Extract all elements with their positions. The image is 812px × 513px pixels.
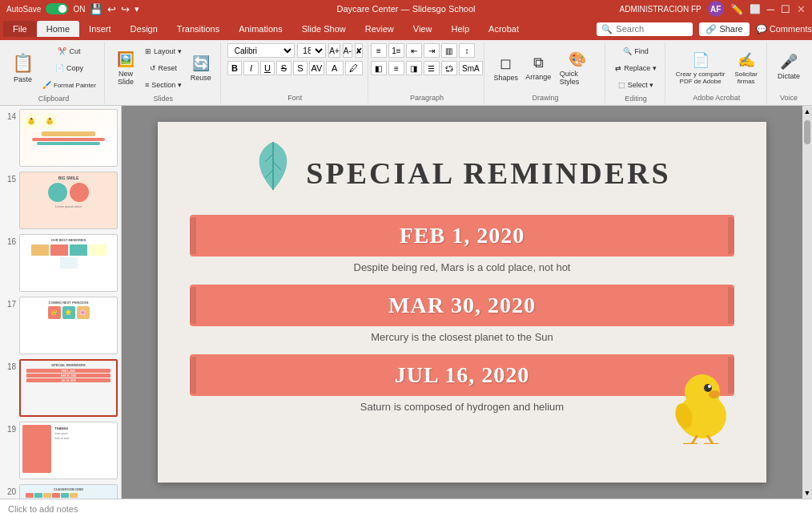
scroll-down-button[interactable]: ▼: [802, 487, 812, 499]
tab-acrobat[interactable]: Acrobat: [479, 21, 529, 37]
slide-14[interactable]: 👶 👶: [19, 109, 118, 167]
window-minimize-icon[interactable]: ─: [767, 3, 774, 15]
italic-button[interactable]: I: [243, 61, 258, 75]
char-spacing-button[interactable]: AV: [309, 61, 324, 75]
tab-transitions[interactable]: Transitions: [167, 21, 229, 37]
slide-19[interactable]: THANKS lorem ipsum dolor sit amet: [19, 422, 118, 479]
slide-17[interactable]: COMING NEXT PRINCESS 👑 ⭐ 🌸: [19, 297, 118, 354]
line-spacing-button[interactable]: ↕: [459, 43, 475, 58]
tab-slideshow[interactable]: Slide Show: [292, 21, 356, 37]
select-button[interactable]: ⬚Select ▾: [612, 77, 660, 93]
layout-button[interactable]: ⊞Layout ▾: [142, 43, 185, 59]
highlight-button[interactable]: 🖊: [345, 61, 363, 75]
date-banner-2[interactable]: MAR 30, 2020: [190, 285, 734, 326]
undo-icon[interactable]: ↩: [107, 3, 116, 15]
click-to-add-notes: Click to add notes: [8, 504, 78, 514]
create-pdf-button[interactable]: 📄 Crear y compartirPDF de Adobe: [672, 45, 730, 91]
tab-design[interactable]: Design: [121, 21, 167, 37]
ribbon-content: 📋 Paste ✂️Cut 📄Copy 🖌️Format Painter Cli…: [0, 40, 812, 106]
select-icon: ⬚: [618, 81, 625, 89]
redo-icon[interactable]: ↪: [121, 3, 130, 15]
clear-formatting-button[interactable]: ✘: [355, 43, 363, 58]
font-size-increase-button[interactable]: A+: [328, 43, 340, 58]
admin-label: ADMINISTRACION FP: [620, 5, 701, 14]
pen-icon[interactable]: ✏️: [730, 3, 743, 15]
dictate-button[interactable]: 🎤 Dictate: [774, 43, 804, 90]
ribbon-minimize-icon[interactable]: ⬜: [750, 4, 761, 14]
smart-art-button[interactable]: SmA: [459, 61, 483, 75]
ribbon-group-paragraph: ≡ 1≡ ⇤ ⇥ ▥ ↕ ◧ ≡ ◨ ☰ ⮔ SmA Paragraph: [370, 42, 484, 103]
customize-icon[interactable]: ▾: [135, 4, 139, 14]
request-signatures-button[interactable]: ✍️ Solicitarfirmas: [731, 45, 762, 91]
new-slide-button[interactable]: 🖼️ New Slide: [111, 45, 140, 91]
slide-16[interactable]: OUR BEST MEMORIES: [19, 234, 118, 292]
search-box[interactable]: 🔍: [597, 22, 693, 36]
comments-button[interactable]: 💬 Comments: [756, 24, 812, 34]
scroll-up-button[interactable]: ▲: [802, 106, 812, 117]
reset-button[interactable]: ↺Reset: [142, 60, 185, 76]
right-scrollbar[interactable]: ▲ ▼: [802, 106, 812, 499]
tab-insert[interactable]: Insert: [79, 21, 121, 37]
arrange-button[interactable]: ⧉ Arrange: [523, 45, 554, 91]
reuse-button[interactable]: 🔄 Reuse: [187, 45, 215, 91]
copy-button[interactable]: 📄Copy: [39, 60, 99, 76]
date-desc-2: Mercury is the closest planet to the Sun: [190, 326, 734, 348]
date-banner-3[interactable]: JUL 16, 2020: [190, 354, 734, 396]
tab-home[interactable]: Home: [37, 21, 79, 37]
underline-button[interactable]: U: [260, 61, 275, 75]
increase-indent-button[interactable]: ⇥: [424, 43, 440, 58]
align-right-button[interactable]: ◨: [406, 61, 422, 75]
bold-button[interactable]: B: [227, 61, 242, 75]
window-close-icon[interactable]: ✕: [797, 3, 806, 15]
justify-button[interactable]: ☰: [424, 61, 440, 75]
columns-button[interactable]: ▥: [441, 43, 457, 58]
font-size-select[interactable]: 18: [297, 43, 326, 58]
replace-button[interactable]: ⇄Replace ▾: [612, 60, 660, 76]
find-button[interactable]: 🔍Find: [612, 43, 660, 59]
font-family-select[interactable]: Calibri: [227, 43, 295, 58]
slide-thumb-19: 19 THANKS lorem ipsum dolor sit amet: [3, 422, 118, 479]
bullets-button[interactable]: ≡: [371, 43, 387, 58]
decrease-indent-button[interactable]: ⇤: [406, 43, 422, 58]
date-block-1: FEB 1, 2020 Despite being red, Mars is a…: [190, 215, 734, 278]
align-left-button[interactable]: ◧: [371, 61, 387, 75]
slide-thumb-14: 14 👶 👶: [3, 109, 118, 167]
strikethrough-button[interactable]: S: [276, 61, 291, 75]
autosave-toggle[interactable]: [46, 3, 68, 14]
search-input[interactable]: [616, 24, 688, 34]
date-desc-3: Saturn is composed of hydrogen and heliu…: [190, 396, 734, 418]
chick-icon: [666, 364, 738, 444]
cut-button[interactable]: ✂️Cut: [39, 43, 99, 59]
leaf-decoration: [253, 138, 293, 200]
slide-canvas[interactable]: SPECIAL REMINDERS FEB 1, 2020 Despite be…: [158, 122, 766, 483]
tab-file[interactable]: File: [3, 21, 37, 37]
text-direction-button[interactable]: ⮔: [441, 61, 457, 75]
section-button[interactable]: ≡Section ▾: [142, 77, 185, 93]
save-icon[interactable]: 💾: [90, 3, 103, 15]
window-maximize-icon[interactable]: ☐: [781, 3, 790, 15]
format-painter-button[interactable]: 🖌️Format Painter: [39, 77, 99, 93]
scroll-thumb[interactable]: [804, 120, 810, 144]
replace-icon: ⇄: [615, 64, 621, 72]
font-color-button[interactable]: A: [326, 61, 344, 75]
slide-15[interactable]: BIG SMILE Lorem ipsum dolor: [19, 172, 118, 229]
tab-review[interactable]: Review: [356, 21, 404, 37]
tab-animations[interactable]: Animations: [229, 21, 291, 37]
text-shadow-button[interactable]: S: [293, 61, 308, 75]
notes-area[interactable]: Click to add notes: [0, 499, 812, 513]
cut-icon: ✂️: [58, 47, 66, 55]
share-button[interactable]: 🔗 Share: [699, 22, 749, 36]
font-size-decrease-button[interactable]: A-: [343, 43, 352, 58]
quick-styles-button[interactable]: 🎨 Quick Styles: [556, 45, 600, 91]
slide-thumb-17: 17 COMING NEXT PRINCESS 👑 ⭐ 🌸: [3, 297, 118, 354]
numbering-button[interactable]: 1≡: [388, 43, 404, 58]
slide-18[interactable]: SPECIAL REMINDERS FEB 1, 2020 MAR 30, 20…: [19, 359, 118, 417]
user-avatar[interactable]: AF: [708, 1, 724, 17]
shapes-button[interactable]: ◻ Shapes: [491, 45, 521, 91]
date-banner-1[interactable]: FEB 1, 2020: [190, 215, 734, 256]
tab-help[interactable]: Help: [441, 21, 479, 37]
align-center-button[interactable]: ≡: [388, 61, 404, 75]
slide-20[interactable]: CLASSROOM GRID: [19, 484, 118, 499]
paste-button[interactable]: 📋 Paste: [8, 45, 38, 91]
tab-view[interactable]: View: [404, 21, 442, 37]
